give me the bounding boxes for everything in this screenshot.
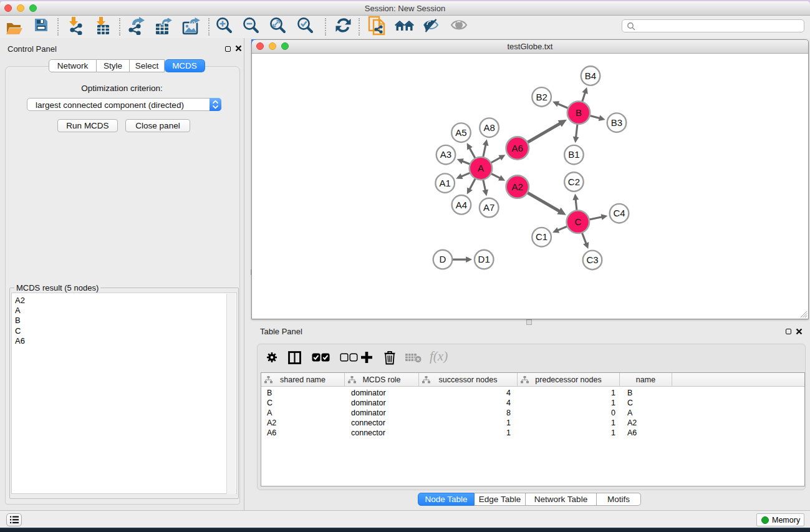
svg-text:D1: D1 [478,254,490,264]
svg-text:A1: A1 [440,178,451,188]
svg-text:C2: C2 [568,177,580,187]
svg-text:C3: C3 [586,254,598,265]
svg-text:C: C [574,216,581,227]
svg-text:B3: B3 [611,117,622,128]
svg-text:A3: A3 [440,149,451,160]
svg-text:A6: A6 [512,143,523,153]
svg-text:A: A [478,163,484,173]
svg-text:B1: B1 [568,149,579,160]
svg-text:B4: B4 [585,70,596,81]
svg-text:C4: C4 [613,208,625,218]
svg-text:B2: B2 [536,92,547,102]
svg-text:A7: A7 [483,202,494,213]
svg-text:A4: A4 [456,200,467,210]
svg-text:D: D [440,254,446,264]
svg-text:B: B [576,107,582,118]
svg-text:C1: C1 [536,231,547,242]
svg-text:A5: A5 [455,127,466,138]
svg-text:A2: A2 [512,181,523,192]
svg-text:A8: A8 [483,122,494,133]
